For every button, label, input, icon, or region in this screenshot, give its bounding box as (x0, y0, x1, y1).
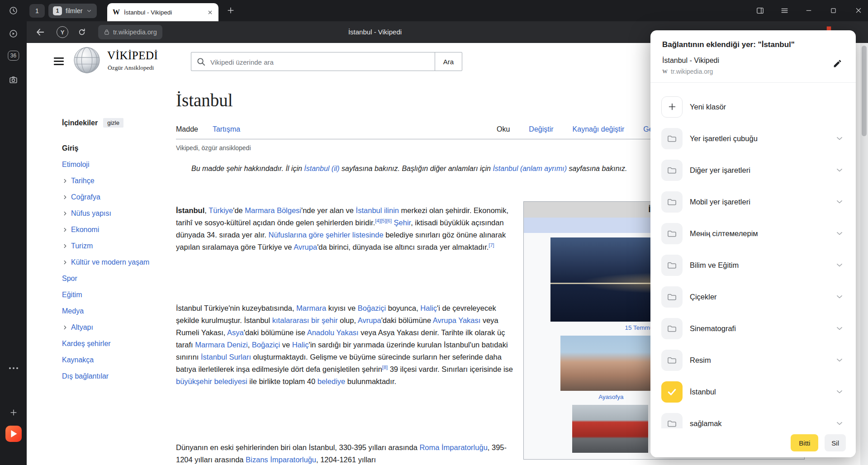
bookmark-folder-row[interactable]: İstanbul (650, 376, 856, 408)
done-button[interactable]: Bitti (791, 434, 818, 451)
chevron-right-icon[interactable] (62, 210, 69, 217)
search-button[interactable]: Ara (435, 52, 462, 71)
chevron-down-icon[interactable] (835, 261, 845, 270)
wiki-link[interactable]: Marmara Denizi (195, 341, 247, 349)
wiki-link[interactable]: İstanbul (il) (304, 165, 339, 172)
toc-hide-button[interactable]: gizle (103, 118, 123, 128)
wiki-link[interactable]: [5] (380, 218, 386, 223)
article-tab[interactable]: Değiştir (529, 125, 553, 133)
wiki-link[interactable]: İstanbul (anlam ayrımı) (493, 165, 567, 172)
toc-item[interactable]: Kültür ve modern yaşam (62, 254, 171, 270)
chevron-down-icon[interactable] (835, 229, 845, 238)
wiki-link[interactable]: Boğaziçi (252, 341, 280, 349)
toc-item[interactable]: Ekonomi (62, 222, 171, 238)
wiki-link[interactable]: Bizans İmparatorluğu (246, 456, 316, 464)
maximize-button[interactable] (828, 5, 838, 15)
chevron-right-icon[interactable] (62, 259, 69, 266)
chevron-down-icon[interactable] (835, 387, 845, 396)
tab-group-filmler[interactable]: 1 filmler (48, 4, 97, 18)
toc-item[interactable]: Medya (62, 303, 171, 319)
sidebar-panel-icon[interactable] (755, 5, 765, 15)
media-play-icon[interactable] (6, 26, 21, 41)
chevron-down-icon[interactable] (835, 134, 845, 143)
page-scrollbar[interactable] (860, 43, 868, 465)
toc-item[interactable]: Eğitim (62, 287, 171, 303)
wiki-link[interactable]: kıtalararası bir şehir (272, 316, 338, 324)
yandex-services-icon[interactable]: Y (57, 26, 68, 38)
main-menu-icon[interactable] (54, 57, 64, 67)
article-tab[interactable]: Kaynağı değiştir (573, 125, 625, 133)
new-folder-row[interactable]: Yeni klasör (650, 91, 856, 123)
bookmark-folder-row[interactable]: Resim (650, 344, 856, 376)
yandex-browser-logo[interactable] (5, 426, 22, 442)
chevron-right-icon[interactable] (62, 194, 69, 201)
address-bar[interactable]: tr.wikipedia.org (98, 25, 162, 39)
chevron-down-icon[interactable] (835, 166, 845, 175)
refresh-icon[interactable] (76, 27, 87, 38)
bookmark-folder-row[interactable]: Çiçekler (650, 281, 856, 313)
wiki-link[interactable]: belediye (318, 377, 345, 385)
back-button[interactable] (35, 27, 46, 38)
toc-item[interactable]: Turizm (62, 238, 171, 254)
wiki-link[interactable]: Şehir (394, 218, 411, 227)
chevron-down-icon[interactable] (835, 356, 845, 365)
article-tab[interactable]: Tartışma (213, 125, 240, 133)
wiki-link[interactable]: Asya (227, 328, 244, 337)
wiki-link[interactable]: Boğaziçi (358, 304, 386, 312)
chevron-right-icon[interactable] (62, 178, 69, 185)
chevron-down-icon[interactable] (835, 419, 845, 428)
search-input[interactable] (209, 52, 428, 71)
wiki-link[interactable]: [8] (382, 364, 388, 370)
bookmark-folder-row[interactable]: Менің сілтемелерім (650, 218, 856, 249)
wiki-link[interactable]: büyükşehir belediyesi (176, 377, 247, 385)
article-tab[interactable]: Madde (176, 125, 198, 133)
wiki-link[interactable]: Avrupa (294, 243, 317, 251)
wikipedia-wordmark[interactable]: VİKİPEDİ (107, 49, 158, 62)
infobox-image-ayasofya[interactable] (560, 336, 662, 391)
bookmark-folder-row[interactable]: Mobil yer işaretleri (650, 186, 856, 218)
wiki-link[interactable]: Türkiye (209, 206, 233, 214)
more-options-icon[interactable] (6, 361, 21, 375)
wiki-link[interactable]: Nüfuslarına göre şehirler listesinde (269, 231, 384, 239)
chevron-right-icon[interactable] (62, 324, 69, 331)
active-tab[interactable]: W İstanbul - Vikipedi (107, 3, 218, 21)
wiki-link[interactable]: [7] (489, 242, 494, 247)
close-button[interactable] (854, 5, 863, 15)
toc-item[interactable]: Kaynakça (62, 352, 171, 368)
minimize-button[interactable] (804, 5, 814, 15)
wikipedia-globe-logo[interactable] (73, 46, 101, 74)
wiki-link[interactable]: İstanbul Surları (201, 353, 251, 361)
chevron-down-icon[interactable] (835, 324, 845, 333)
toc-item[interactable]: Nüfus yapısı (62, 205, 171, 222)
wiki-link[interactable]: İstanbul ilinin (356, 206, 399, 214)
toc-item[interactable]: Coğrafya (62, 189, 171, 205)
scrollbar-thumb[interactable] (862, 46, 867, 136)
tab-close-icon[interactable] (207, 9, 213, 15)
wiki-link[interactable]: Avrupa (358, 316, 381, 324)
wiki-link[interactable]: [4] (375, 218, 380, 223)
infobox-caption-ayasofya[interactable]: Ayasofya (560, 394, 662, 400)
tab-groups-button[interactable]: 1 (29, 4, 45, 18)
edit-bookmark-button[interactable] (830, 57, 844, 70)
wiki-link[interactable]: [6] (386, 218, 392, 223)
wiki-link[interactable]: Haliç (292, 341, 309, 349)
wiki-link[interactable]: Avrupa Yakası (433, 316, 481, 324)
wiki-link[interactable]: Marmara (296, 304, 326, 312)
toc-item[interactable]: Tarihçe (62, 173, 171, 189)
menu-icon[interactable] (779, 5, 789, 15)
toc-item[interactable]: Dış bağlantılar (62, 368, 171, 384)
tab-counter-badge[interactable]: 36 (8, 51, 19, 61)
new-tab-button[interactable] (226, 5, 236, 15)
wiki-link[interactable]: Anadolu Yakası (307, 328, 359, 337)
toc-item[interactable]: Spor (62, 270, 171, 287)
wiki-link[interactable]: Haliç (420, 304, 437, 312)
add-panel-icon[interactable] (6, 405, 21, 420)
toc-item[interactable]: Kardeş şehirler (62, 336, 171, 352)
wiki-link[interactable]: Roma İmparatorluğu (419, 443, 487, 451)
chevron-right-icon[interactable] (62, 227, 69, 233)
bookmark-folder-row[interactable]: Diğer yer işaretleri (650, 154, 856, 186)
delete-button[interactable]: Sil (825, 434, 846, 451)
chevron-down-icon[interactable] (835, 197, 845, 206)
screenshot-icon[interactable] (6, 72, 21, 87)
bookmark-folder-row[interactable]: Bilim ve Eğitim (650, 249, 856, 281)
